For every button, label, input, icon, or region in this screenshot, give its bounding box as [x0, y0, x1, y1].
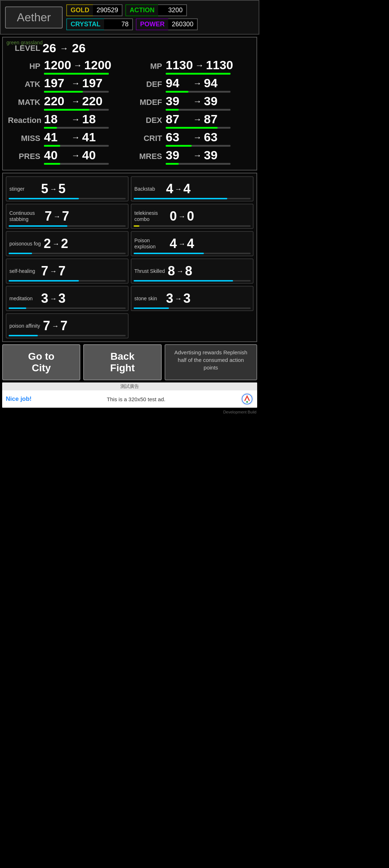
atk-bar	[44, 91, 109, 93]
skill-bar	[9, 253, 126, 254]
skill-bar-fill	[9, 280, 79, 282]
skill-item-Continuous-stabbing[interactable]: Continuous stabbing 7 → 7	[6, 204, 129, 229]
skill-name: Thrust Skilled	[134, 268, 165, 274]
crit-row: CRIT 63 → 63	[130, 130, 251, 147]
mdef-label: MDEF	[130, 98, 162, 107]
skill-levels: 4 → 4	[166, 181, 250, 196]
miss-from: 41	[44, 130, 69, 144]
matk-arrow: →	[71, 96, 80, 106]
ad-reward-button[interactable]: Advertising rewards Replenish half of th…	[165, 344, 257, 380]
skill-from: 0	[170, 209, 177, 224]
crit-vals: 63 → 63	[166, 130, 231, 147]
ad-title: 測試廣告	[2, 382, 257, 390]
skill-bar-fill	[9, 253, 32, 254]
skill-levels: 2 → 2	[44, 236, 125, 251]
crit-bar	[166, 145, 231, 147]
skill-bar-fill	[9, 335, 38, 336]
mres-row: MRES 39 → 39	[130, 148, 251, 165]
mdef-bar-fill	[166, 109, 179, 111]
skill-to: 4	[187, 236, 194, 251]
def-to: 94	[204, 76, 229, 90]
skill-item-telekinesis-combo[interactable]: telekinesis combo 0 → 0	[131, 204, 254, 229]
skill-item-poisonous-fog[interactable]: poisonous fog 2 → 2	[6, 231, 129, 256]
skill-item-self-healing[interactable]: self-healing 7 → 7	[6, 258, 129, 284]
aether-title: Aether	[5, 6, 63, 28]
mp-row: MP 1130 → 1130	[130, 58, 251, 75]
skill-arrow: →	[175, 294, 182, 303]
skill-levels: 8 → 8	[168, 264, 250, 279]
ad-banner: 測試廣告 Nice job! This is a 320x50 test ad.	[2, 382, 257, 408]
level-row: LEVEL 26 → 26	[8, 41, 251, 55]
mp-vals: 1130 → 1130	[166, 58, 233, 75]
skill-levels: 4 → 4	[170, 236, 250, 251]
skill-to: 5	[58, 181, 66, 196]
level-values: 26 → 26	[43, 41, 86, 55]
skill-arrow: →	[178, 212, 185, 221]
skill-name: poisonous fog	[9, 241, 41, 247]
atk-to: 197	[82, 76, 107, 90]
skill-bar	[134, 225, 251, 227]
miss-vals: 41 → 41	[44, 130, 109, 147]
reaction-row: Reaction 18 → 18	[8, 112, 130, 129]
dex-from: 87	[166, 112, 191, 126]
crystal-value: 78	[104, 18, 133, 30]
mdef-vals: 39 → 39	[166, 94, 231, 111]
dex-arrow: →	[193, 114, 202, 124]
ad-content: Nice job! This is a 320x50 test ad.	[2, 390, 257, 408]
skill-levels: 7 → 7	[43, 318, 125, 333]
skill-to: 0	[187, 209, 194, 224]
svg-point-1	[246, 401, 248, 403]
skill-name: poison affinity	[9, 323, 40, 329]
dev-build-text: Development Build	[0, 409, 259, 415]
def-row: DEF 94 → 94	[130, 76, 251, 93]
skill-from: 7	[41, 264, 48, 279]
level-to: 26	[72, 41, 86, 55]
skill-item-stone-skin[interactable]: stone skin 3 → 3	[131, 286, 254, 311]
skill-bar	[134, 280, 251, 282]
ad-nice: Nice job!	[6, 395, 32, 403]
skill-arrow: →	[50, 267, 57, 275]
skill-levels: 0 → 0	[170, 209, 250, 224]
miss-bar-fill	[44, 145, 60, 147]
mres-bar-fill	[166, 163, 179, 165]
back-fight-button[interactable]: BackFight	[83, 344, 161, 380]
atk-arrow: →	[71, 78, 80, 88]
skill-levels: 7 → 7	[45, 209, 125, 224]
crit-arrow: →	[193, 132, 202, 142]
matk-bar-fill	[44, 109, 89, 111]
def-bar	[166, 91, 231, 93]
reaction-to: 18	[82, 112, 107, 126]
mdef-row: MDEF 39 → 39	[130, 94, 251, 111]
gold-value: 290529	[93, 4, 122, 16]
skill-item-poison-affinity[interactable]: poison affinity 7 → 7	[6, 313, 129, 338]
mp-to: 1130	[206, 58, 233, 72]
skill-bar-fill	[134, 225, 139, 227]
mres-label: MRES	[130, 152, 162, 161]
skill-item-Thrust-Skilled[interactable]: Thrust Skilled 8 → 8	[131, 258, 254, 284]
def-from: 94	[166, 76, 191, 90]
mp-label: MP	[130, 62, 162, 71]
mp-bar-fill	[166, 73, 231, 75]
reaction-vals: 18 → 18	[44, 112, 109, 129]
skill-item-Poison-explosion[interactable]: Poison explosion 4 → 4	[131, 231, 254, 256]
skill-item-stinger[interactable]: stinger 5 → 5	[6, 176, 129, 201]
def-label: DEF	[130, 80, 162, 89]
miss-bar	[44, 145, 109, 147]
reaction-label: Reaction	[8, 116, 40, 125]
def-bar-fill	[166, 91, 188, 93]
skill-to: 2	[61, 236, 68, 251]
dex-bar	[166, 127, 231, 129]
reaction-from: 18	[44, 112, 69, 126]
skill-arrow: →	[52, 240, 59, 248]
goto-city-button[interactable]: Go toCity	[2, 344, 80, 380]
dex-label: DEX	[130, 116, 162, 125]
power-resource: POWER 260300	[136, 18, 198, 30]
pres-vals: 40 → 40	[44, 148, 109, 165]
miss-to: 41	[82, 130, 107, 144]
skill-to: 3	[58, 291, 66, 306]
mdef-arrow: →	[193, 96, 202, 106]
skill-item-meditation[interactable]: meditation 3 → 3	[6, 286, 129, 311]
skill-item-Backstab[interactable]: Backstab 4 → 4	[131, 176, 254, 201]
skill-bar	[9, 198, 126, 199]
stat-col-right: MP 1130 → 1130 DEF 94	[130, 58, 251, 166]
